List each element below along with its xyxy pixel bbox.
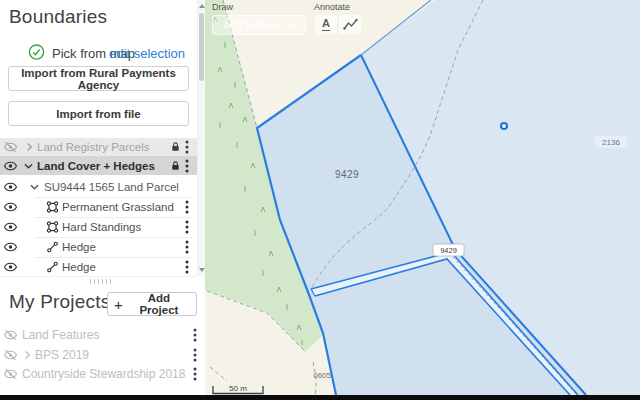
eye-off-icon[interactable] [4, 141, 17, 154]
lock-icon[interactable] [170, 141, 181, 153]
layer-row-land-parcel[interactable]: SU9444 1565 Land Parcel [0, 177, 197, 197]
point-marker[interactable] [501, 123, 507, 129]
app-window: Boundaries Pick from map edit selection … [0, 0, 640, 400]
kebab-menu-icon[interactable] [185, 200, 189, 214]
sidebar: Boundaries Pick from map edit selection … [0, 0, 205, 395]
line-feature-icon [46, 260, 59, 273]
layer-label: Hedge [62, 261, 96, 273]
eye-off-icon[interactable] [4, 349, 17, 362]
polygon-feature-icon [46, 221, 59, 234]
parcel-number-label: 0605 [313, 371, 331, 380]
kebab-menu-icon[interactable] [185, 140, 189, 154]
chevron-right-icon[interactable] [23, 351, 32, 360]
parcel-tag-label: 9429 [440, 246, 457, 255]
edit-selection-link[interactable]: edit selection [109, 46, 185, 61]
scroll-thumb[interactable] [199, 13, 204, 81]
parcel-number-label: 9429 [335, 169, 359, 180]
project-label: Countryside Stewardship 2018 [22, 367, 185, 381]
text-annotation-icon: A [322, 18, 330, 31]
chevron-down-icon[interactable] [30, 183, 39, 192]
check-circle-icon [28, 44, 45, 61]
kebab-menu-icon[interactable] [185, 220, 189, 234]
add-project-button[interactable]: + Add Project [107, 292, 197, 316]
layer-row-hedge-1[interactable]: Hedge [0, 237, 197, 257]
scale-bar-label: 50 m [229, 384, 247, 393]
project-label: Land Features [22, 328, 99, 342]
layer-label: Land Registry Parcels [37, 141, 150, 153]
project-row-land-features[interactable]: Land Features [0, 326, 197, 344]
line-feature-icon [46, 241, 59, 254]
kebab-menu-icon[interactable] [185, 240, 189, 254]
plus-icon: + [114, 297, 123, 312]
plus-icon: + [287, 19, 295, 32]
add-feature-button[interactable]: Add feature + [212, 15, 306, 35]
draw-section-label: Draw [212, 2, 233, 12]
kebab-menu-icon[interactable] [193, 328, 197, 342]
map-canvas[interactable]: 9429 9429 2136 0605 50 m [205, 0, 640, 395]
layer-label: Hard Standings [62, 221, 141, 233]
eye-icon[interactable] [4, 159, 17, 172]
section-divider [0, 276, 197, 277]
layer-label: Land Cover + Hedges [37, 160, 155, 172]
eye-icon[interactable] [4, 260, 17, 273]
parcel-number-label: 2136 [602, 138, 620, 147]
bottom-bar [0, 395, 640, 400]
eye-off-icon[interactable] [4, 329, 17, 342]
import-rpa-button[interactable]: Import from Rural Payments Agency [8, 66, 189, 91]
map-area: 9429 9429 2136 0605 50 m Draw Add featur… [205, 0, 640, 395]
eye-off-icon[interactable] [4, 368, 17, 381]
eye-icon[interactable] [4, 221, 17, 234]
chevron-down-icon[interactable] [24, 161, 33, 170]
boundaries-title: Boundaries [9, 6, 107, 28]
import-file-button[interactable]: Import from file [8, 101, 189, 126]
my-projects-title: My Projects [9, 291, 110, 313]
line-annotation-button[interactable] [339, 15, 361, 34]
text-annotation-button[interactable]: A [315, 15, 337, 34]
polygon-feature-icon [46, 201, 59, 214]
layer-row-hedge-2[interactable]: Hedge [0, 257, 197, 276]
eye-icon[interactable] [4, 181, 17, 194]
project-row-bps-2019[interactable]: BPS 2019 [0, 346, 197, 364]
layer-row-land-registry-parcels[interactable]: Land Registry Parcels [0, 138, 197, 156]
polyline-icon [343, 18, 358, 31]
kebab-menu-icon[interactable] [193, 348, 197, 362]
kebab-menu-icon[interactable] [185, 159, 189, 173]
annotate-toolbar: A [315, 15, 361, 34]
eye-icon[interactable] [4, 201, 17, 214]
layer-label: Hedge [62, 241, 96, 253]
kebab-menu-icon[interactable] [193, 367, 197, 381]
lock-icon[interactable] [170, 160, 181, 172]
kebab-menu-icon[interactable] [185, 260, 189, 274]
eye-icon[interactable] [4, 241, 17, 254]
layer-label: SU9444 1565 Land Parcel [44, 181, 179, 193]
chevron-right-icon[interactable] [25, 143, 34, 152]
layer-row-hard-standings[interactable]: Hard Standings [0, 217, 197, 237]
annotate-section-label: Annotate [314, 2, 350, 12]
project-label: BPS 2019 [35, 348, 89, 362]
project-row-countryside-stewardship[interactable]: Countryside Stewardship 2018 [0, 365, 197, 383]
panel-resize-handle[interactable] [90, 279, 114, 284]
layer-row-permanent-grassland[interactable]: Permanent Grassland [0, 197, 197, 217]
layer-row-land-cover-hedges[interactable]: Land Cover + Hedges [0, 156, 197, 175]
layer-label: Permanent Grassland [62, 201, 174, 213]
